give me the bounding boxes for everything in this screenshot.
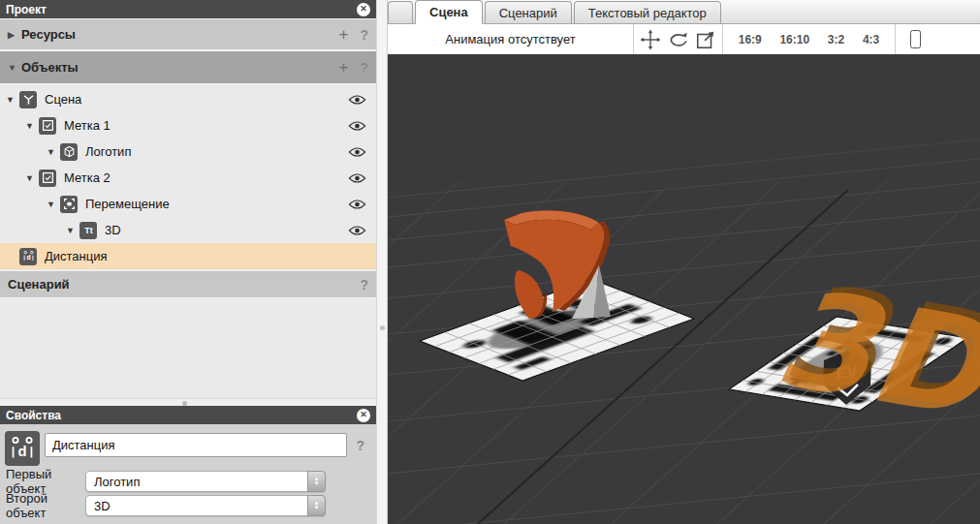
tab-stub (388, 1, 413, 23)
close-icon[interactable]: ✕ (357, 409, 370, 422)
tab-scene[interactable]: Сцена (415, 0, 483, 24)
chevron-down-icon[interactable]: ▼ (25, 121, 39, 131)
first-object-row: Первый объект Логотип ▲▼ (0, 471, 376, 492)
project-panel-header: Проект ✕ (0, 0, 376, 18)
help-icon[interactable]: ? (360, 277, 368, 293)
help-icon[interactable]: ? (356, 438, 364, 453)
project-panel: Проект ✕ ▶ Ресурсы + ? ▼ Объекты + ? ▼ (0, 0, 376, 524)
chevron-right-icon[interactable]: ▶ (8, 30, 21, 40)
scene-viewport[interactable]: EV 3D 3D (388, 54, 980, 524)
section-scenario-label: Сценарий (8, 277, 70, 292)
chevron-down-icon[interactable]: ▼ (47, 200, 60, 209)
object-name-input[interactable] (45, 433, 347, 457)
second-object-label: Второй объект (0, 491, 85, 520)
help-icon[interactable]: ? (360, 60, 368, 76)
aspect-ratio-4-3[interactable]: 4:3 (860, 31, 882, 48)
phone-icon[interactable] (910, 30, 921, 48)
chevron-down-icon[interactable]: ▼ (6, 95, 19, 105)
help-icon[interactable]: ? (360, 27, 368, 43)
scene-3d-render: EV 3D 3D (388, 54, 980, 524)
distance-icon: d (19, 248, 37, 265)
section-resources-label: Ресурсы (21, 27, 76, 42)
visibility-eye-icon[interactable] (348, 94, 366, 106)
visibility-eye-icon[interactable] (348, 172, 366, 184)
scale-icon[interactable] (695, 29, 716, 50)
tab-bar: Сцена Сценарий Текстовый редактор (388, 0, 980, 24)
marker-icon (39, 117, 56, 135)
second-object-row: Второй объект 3D ▲▼ (0, 495, 376, 516)
project-panel-title: Проект (6, 3, 47, 16)
tree-row-scene[interactable]: ▼ Сцена (0, 86, 376, 112)
section-objects-label: Объекты (21, 60, 79, 75)
tree-item-label: Метка 1 (64, 118, 111, 133)
aspect-ratio-16-10[interactable]: 16:10 (776, 31, 812, 48)
properties-panel-header: Свойства ✕ (0, 406, 376, 424)
scene-axis-icon (19, 91, 37, 108)
section-objects[interactable]: ▼ Объекты + ? (0, 50, 376, 84)
svg-text:d: d (26, 254, 30, 261)
tree-item-label: Сцена (45, 92, 81, 107)
aspect-ratio-3-2[interactable]: 3:2 (825, 31, 847, 48)
second-object-value: 3D (86, 499, 307, 513)
marker-icon (39, 170, 56, 187)
distance-icon: d (5, 431, 40, 466)
chevron-down-icon[interactable]: ▼ (47, 147, 60, 157)
stepper-arrows-icon[interactable]: ▲▼ (307, 495, 326, 516)
text3d-icon: Tt (79, 222, 97, 239)
animation-status[interactable]: Анимация отсутствует (388, 24, 633, 54)
tree-row-3d[interactable]: ▼ Tt 3D (0, 217, 376, 243)
visibility-eye-icon[interactable] (348, 199, 366, 210)
visibility-eye-icon[interactable] (348, 120, 366, 132)
tree-item-label: 3D (105, 223, 121, 237)
tree-item-label: Логотип (85, 144, 131, 159)
vertical-splitter[interactable] (376, 0, 388, 524)
tab-scenario[interactable]: Сценарий (485, 1, 572, 23)
move-icon[interactable] (640, 29, 661, 50)
section-resources[interactable]: ▶ Ресурсы + ? (0, 18, 376, 50)
tree-item-label: Метка 2 (64, 170, 111, 185)
second-object-select[interactable]: 3D ▲▼ (85, 495, 326, 516)
visibility-eye-icon[interactable] (348, 225, 366, 236)
tree-row-movement[interactable]: ▼ Перемещение (0, 191, 376, 217)
chevron-down-icon[interactable]: ▼ (66, 226, 79, 235)
tree-item-label: Дистанция (45, 249, 108, 263)
svg-text:d: d (17, 444, 26, 459)
model-cube-icon (60, 143, 78, 161)
stepper-arrows-icon[interactable]: ▲▼ (307, 471, 326, 492)
first-object-select[interactable]: Логотип ▲▼ (85, 471, 326, 492)
first-object-value: Логотип (86, 475, 307, 489)
add-icon[interactable]: + (339, 58, 349, 77)
tree-row-marker2[interactable]: ▼ Метка 2 (0, 165, 376, 191)
tree-row-logo[interactable]: ▼ Логотип (0, 139, 376, 165)
rotate-icon[interactable] (667, 29, 690, 50)
chevron-down-icon[interactable]: ▼ (25, 173, 39, 183)
object-tree: ▼ Сцена ▼ Метка 1 (0, 84, 376, 270)
move-action-icon (60, 196, 78, 213)
visibility-eye-icon[interactable] (348, 146, 366, 158)
tree-row-distance[interactable]: d Дистанция (0, 243, 376, 269)
splitter-handle-icon (182, 401, 187, 406)
horizontal-splitter[interactable] (0, 398, 376, 406)
svg-text:Tt: Tt (84, 226, 92, 235)
chevron-down-icon[interactable]: ▼ (8, 63, 21, 73)
section-scenario[interactable]: Сценарий ? (0, 270, 376, 298)
tab-text-editor[interactable]: Текстовый редактор (574, 1, 721, 23)
viewport-toolbar: Анимация отсутствует 16:9 16:10 3:2 4:3 (388, 24, 980, 54)
panel-filler (0, 298, 376, 398)
tree-item-label: Перемещение (85, 197, 170, 211)
properties-panel-title: Свойства (6, 409, 61, 422)
aspect-ratio-16-9[interactable]: 16:9 (736, 31, 765, 48)
add-icon[interactable]: + (339, 25, 349, 45)
properties-panel: d ? Первый объект Логотип ▲▼ Второй объе… (0, 424, 376, 524)
tree-row-marker1[interactable]: ▼ Метка 1 (0, 112, 376, 139)
splitter-handle-icon (380, 325, 385, 330)
close-icon[interactable]: ✕ (357, 3, 370, 16)
